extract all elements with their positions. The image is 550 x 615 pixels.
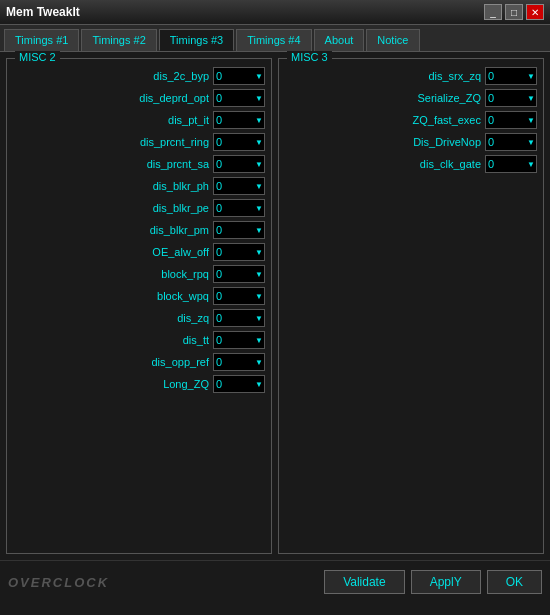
misc2-field-row: block_rpq0123 (13, 265, 265, 283)
misc3-fields: dis_srx_zq0123Serialize_ZQ0123ZQ_fast_ex… (285, 67, 537, 173)
misc2-field-label-Long_ZQ: Long_ZQ (163, 378, 209, 390)
misc2-field-label-dis_zq: dis_zq (177, 312, 209, 324)
misc3-field-label-ZQ_fast_exec: ZQ_fast_exec (413, 114, 481, 126)
misc2-field-label-dis_pt_it: dis_pt_it (168, 114, 209, 126)
misc2-field-row: dis_prcnt_sa0123 (13, 155, 265, 173)
misc2-select-dis_blkr_ph[interactable]: 0123 (213, 177, 265, 195)
misc3-field-row: dis_clk_gate0123 (285, 155, 537, 173)
misc2-select-OE_alw_off[interactable]: 0123 (213, 243, 265, 261)
title-bar: Mem TweakIt _ □ ✕ (0, 0, 550, 25)
ok-button[interactable]: OK (487, 570, 542, 594)
tab-about[interactable]: About (314, 29, 365, 51)
misc2-field-row: OE_alw_off0123 (13, 243, 265, 261)
window-controls: _ □ ✕ (484, 4, 544, 20)
misc2-select-Long_ZQ[interactable]: 0123 (213, 375, 265, 393)
footer: OVERCLOCK Validate ApplY OK (0, 560, 550, 602)
tab-notice[interactable]: Notice (366, 29, 419, 51)
misc3-field-row: Dis_DriveNop0123 (285, 133, 537, 151)
misc2-field-row: dis_tt0123 (13, 331, 265, 349)
misc2-field-row: dis_blkr_pe0123 (13, 199, 265, 217)
misc2-field-row: Long_ZQ0123 (13, 375, 265, 393)
misc2-field-label-dis_2c_byp: dis_2c_byp (153, 70, 209, 82)
footer-logo: OVERCLOCK (8, 574, 109, 590)
misc2-select-block_wpq[interactable]: 0123 (213, 287, 265, 305)
misc2-field-row: dis_2c_byp0123 (13, 67, 265, 85)
misc3-title: MISC 3 (287, 51, 332, 63)
misc2-field-row: dis_opp_ref0123 (13, 353, 265, 371)
misc2-field-row: dis_blkr_pm0123 (13, 221, 265, 239)
misc2-select-block_rpq[interactable]: 0123 (213, 265, 265, 283)
misc3-select-Dis_DriveNop[interactable]: 0123 (485, 133, 537, 151)
misc2-field-label-dis_tt: dis_tt (183, 334, 209, 346)
tab-timings2[interactable]: Timings #2 (81, 29, 156, 51)
misc3-select-dis_srx_zq[interactable]: 0123 (485, 67, 537, 85)
misc2-select-dis_prcnt_ring[interactable]: 0123 (213, 133, 265, 151)
misc3-field-row: dis_srx_zq0123 (285, 67, 537, 85)
misc2-title: MISC 2 (15, 51, 60, 63)
misc3-select-Serialize_ZQ[interactable]: 0123 (485, 89, 537, 107)
misc2-select-dis_zq[interactable]: 0123 (213, 309, 265, 327)
misc2-field-row: dis_blkr_ph0123 (13, 177, 265, 195)
footer-buttons: Validate ApplY OK (324, 570, 542, 594)
window-title: Mem TweakIt (6, 5, 80, 19)
misc2-group: MISC 2 dis_2c_byp0123dis_deprd_opt0123di… (6, 58, 272, 554)
misc2-select-dis_blkr_pm[interactable]: 0123 (213, 221, 265, 239)
misc2-field-row: dis_deprd_opt0123 (13, 89, 265, 107)
misc3-field-row: Serialize_ZQ0123 (285, 89, 537, 107)
misc3-field-label-dis_clk_gate: dis_clk_gate (420, 158, 481, 170)
close-button[interactable]: ✕ (526, 4, 544, 20)
minimize-button[interactable]: _ (484, 4, 502, 20)
misc2-select-dis_prcnt_sa[interactable]: 0123 (213, 155, 265, 173)
tab-timings3[interactable]: Timings #3 (159, 29, 234, 51)
apply-button[interactable]: ApplY (411, 570, 481, 594)
tab-bar: Timings #1 Timings #2 Timings #3 Timings… (0, 25, 550, 52)
misc2-field-label-dis_opp_ref: dis_opp_ref (152, 356, 210, 368)
maximize-button[interactable]: □ (505, 4, 523, 20)
misc2-field-row: dis_pt_it0123 (13, 111, 265, 129)
misc2-field-label-block_wpq: block_wpq (157, 290, 209, 302)
misc2-select-dis_blkr_pe[interactable]: 0123 (213, 199, 265, 217)
misc2-field-row: dis_prcnt_ring0123 (13, 133, 265, 151)
misc2-field-label-dis_blkr_pe: dis_blkr_pe (153, 202, 209, 214)
misc2-select-dis_pt_it[interactable]: 0123 (213, 111, 265, 129)
misc2-select-dis_deprd_opt[interactable]: 0123 (213, 89, 265, 107)
misc2-fields: dis_2c_byp0123dis_deprd_opt0123dis_pt_it… (13, 67, 265, 393)
misc3-select-dis_clk_gate[interactable]: 0123 (485, 155, 537, 173)
validate-button[interactable]: Validate (324, 570, 404, 594)
misc2-select-dis_opp_ref[interactable]: 0123 (213, 353, 265, 371)
misc2-select-dis_2c_byp[interactable]: 0123 (213, 67, 265, 85)
misc2-field-label-OE_alw_off: OE_alw_off (152, 246, 209, 258)
misc2-field-label-dis_blkr_pm: dis_blkr_pm (150, 224, 209, 236)
tab-timings1[interactable]: Timings #1 (4, 29, 79, 51)
tab-timings4[interactable]: Timings #4 (236, 29, 311, 51)
main-content: MISC 2 dis_2c_byp0123dis_deprd_opt0123di… (0, 52, 550, 560)
misc2-field-label-block_rpq: block_rpq (161, 268, 209, 280)
misc2-field-row: dis_zq0123 (13, 309, 265, 327)
misc3-field-label-Dis_DriveNop: Dis_DriveNop (413, 136, 481, 148)
misc3-field-label-Serialize_ZQ: Serialize_ZQ (417, 92, 481, 104)
misc2-field-label-dis_prcnt_sa: dis_prcnt_sa (147, 158, 209, 170)
misc2-field-row: block_wpq0123 (13, 287, 265, 305)
misc3-select-ZQ_fast_exec[interactable]: 0123 (485, 111, 537, 129)
misc2-select-dis_tt[interactable]: 0123 (213, 331, 265, 349)
misc2-field-label-dis_prcnt_ring: dis_prcnt_ring (140, 136, 209, 148)
misc2-field-label-dis_deprd_opt: dis_deprd_opt (139, 92, 209, 104)
misc2-field-label-dis_blkr_ph: dis_blkr_ph (153, 180, 209, 192)
misc3-field-label-dis_srx_zq: dis_srx_zq (428, 70, 481, 82)
misc3-group: MISC 3 dis_srx_zq0123Serialize_ZQ0123ZQ_… (278, 58, 544, 554)
misc3-field-row: ZQ_fast_exec0123 (285, 111, 537, 129)
